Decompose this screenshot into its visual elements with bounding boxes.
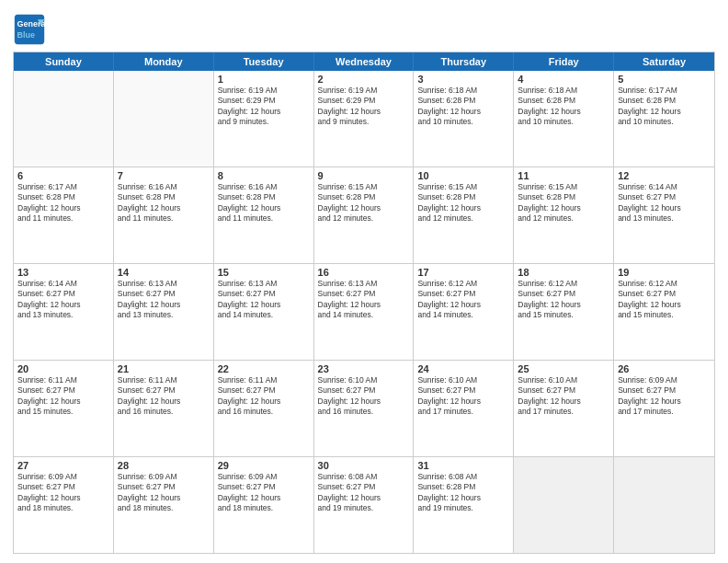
- day-number: 8: [218, 170, 310, 181]
- calendar-cell: 27Sunrise: 6:09 AM Sunset: 6:27 PM Dayli…: [14, 457, 114, 553]
- day-number: 24: [417, 363, 509, 374]
- day-number: 9: [318, 170, 410, 181]
- svg-text:Blue: Blue: [17, 30, 36, 40]
- header: General Blue: [13, 9, 715, 46]
- calendar-header-cell: Thursday: [414, 52, 514, 71]
- calendar-cell: 14Sunrise: 6:13 AM Sunset: 6:27 PM Dayli…: [114, 264, 214, 360]
- calendar: SundayMondayTuesdayWednesdayThursdayFrid…: [13, 52, 715, 554]
- day-number: 29: [218, 460, 310, 471]
- calendar-cell: 6Sunrise: 6:17 AM Sunset: 6:28 PM Daylig…: [14, 167, 114, 263]
- calendar-cell: 28Sunrise: 6:09 AM Sunset: 6:27 PM Dayli…: [114, 457, 214, 553]
- calendar-cell: 26Sunrise: 6:09 AM Sunset: 6:27 PM Dayli…: [614, 361, 714, 456]
- day-number: 20: [17, 363, 109, 374]
- day-number: 25: [518, 363, 609, 374]
- calendar-cell: [614, 457, 714, 553]
- calendar-body: 1Sunrise: 6:19 AM Sunset: 6:29 PM Daylig…: [14, 71, 714, 553]
- day-number: 3: [417, 74, 509, 85]
- day-number: 1: [218, 74, 310, 85]
- calendar-cell: 9Sunrise: 6:15 AM Sunset: 6:28 PM Daylig…: [314, 167, 415, 263]
- day-info: Sunrise: 6:17 AM Sunset: 6:28 PM Dayligh…: [17, 182, 109, 224]
- calendar-header-cell: Monday: [114, 52, 214, 71]
- day-info: Sunrise: 6:09 AM Sunset: 6:27 PM Dayligh…: [618, 375, 711, 418]
- day-info: Sunrise: 6:13 AM Sunset: 6:27 PM Dayligh…: [318, 279, 410, 321]
- calendar-header: SundayMondayTuesdayWednesdayThursdayFrid…: [14, 52, 714, 71]
- calendar-header-cell: Friday: [514, 52, 614, 71]
- day-info: Sunrise: 6:14 AM Sunset: 6:27 PM Dayligh…: [17, 279, 109, 321]
- day-number: 18: [518, 267, 609, 278]
- calendar-cell: 1Sunrise: 6:19 AM Sunset: 6:29 PM Daylig…: [214, 71, 314, 167]
- calendar-cell: 25Sunrise: 6:10 AM Sunset: 6:27 PM Dayli…: [514, 361, 614, 456]
- day-info: Sunrise: 6:08 AM Sunset: 6:28 PM Dayligh…: [417, 472, 509, 514]
- day-info: Sunrise: 6:08 AM Sunset: 6:27 PM Dayligh…: [318, 472, 410, 514]
- day-number: 28: [118, 460, 210, 471]
- day-number: 31: [417, 460, 509, 471]
- day-info: Sunrise: 6:11 AM Sunset: 6:27 PM Dayligh…: [17, 375, 109, 418]
- calendar-cell: 24Sunrise: 6:10 AM Sunset: 6:27 PM Dayli…: [414, 361, 514, 456]
- day-info: Sunrise: 6:09 AM Sunset: 6:27 PM Dayligh…: [17, 472, 109, 514]
- day-number: 21: [118, 363, 210, 374]
- calendar-cell: 16Sunrise: 6:13 AM Sunset: 6:27 PM Dayli…: [314, 264, 415, 360]
- calendar-cell: 11Sunrise: 6:15 AM Sunset: 6:28 PM Dayli…: [514, 167, 614, 263]
- calendar-row: 13Sunrise: 6:14 AM Sunset: 6:27 PM Dayli…: [14, 264, 714, 361]
- day-number: 30: [318, 460, 410, 471]
- day-info: Sunrise: 6:09 AM Sunset: 6:27 PM Dayligh…: [118, 472, 210, 514]
- calendar-cell: 8Sunrise: 6:16 AM Sunset: 6:28 PM Daylig…: [214, 167, 314, 263]
- calendar-cell: 18Sunrise: 6:12 AM Sunset: 6:27 PM Dayli…: [514, 264, 614, 360]
- day-number: 11: [518, 170, 609, 181]
- calendar-cell: 31Sunrise: 6:08 AM Sunset: 6:28 PM Dayli…: [414, 457, 514, 553]
- calendar-row: 6Sunrise: 6:17 AM Sunset: 6:28 PM Daylig…: [14, 167, 714, 264]
- calendar-cell: 5Sunrise: 6:17 AM Sunset: 6:28 PM Daylig…: [614, 71, 714, 167]
- day-number: 27: [17, 460, 109, 471]
- day-info: Sunrise: 6:15 AM Sunset: 6:28 PM Dayligh…: [417, 182, 509, 224]
- calendar-cell: 15Sunrise: 6:13 AM Sunset: 6:27 PM Dayli…: [214, 264, 314, 360]
- day-info: Sunrise: 6:12 AM Sunset: 6:27 PM Dayligh…: [518, 279, 609, 321]
- day-number: 26: [618, 363, 711, 374]
- calendar-header-cell: Wednesday: [314, 52, 415, 71]
- day-info: Sunrise: 6:18 AM Sunset: 6:28 PM Dayligh…: [417, 86, 509, 128]
- day-number: 16: [318, 267, 410, 278]
- calendar-cell: 29Sunrise: 6:09 AM Sunset: 6:27 PM Dayli…: [214, 457, 314, 553]
- calendar-cell: 23Sunrise: 6:10 AM Sunset: 6:27 PM Dayli…: [314, 361, 415, 456]
- day-info: Sunrise: 6:12 AM Sunset: 6:27 PM Dayligh…: [417, 279, 509, 321]
- calendar-cell: 30Sunrise: 6:08 AM Sunset: 6:27 PM Dayli…: [314, 457, 415, 553]
- day-info: Sunrise: 6:10 AM Sunset: 6:27 PM Dayligh…: [318, 375, 410, 418]
- day-number: 19: [618, 267, 711, 278]
- day-number: 12: [618, 170, 711, 181]
- day-number: 6: [17, 170, 109, 181]
- day-info: Sunrise: 6:15 AM Sunset: 6:28 PM Dayligh…: [318, 182, 410, 224]
- calendar-cell: 19Sunrise: 6:12 AM Sunset: 6:27 PM Dayli…: [614, 264, 714, 360]
- calendar-cell: [114, 71, 214, 167]
- day-info: Sunrise: 6:11 AM Sunset: 6:27 PM Dayligh…: [118, 375, 210, 418]
- day-info: Sunrise: 6:13 AM Sunset: 6:27 PM Dayligh…: [218, 279, 310, 321]
- day-number: 15: [218, 267, 310, 278]
- day-info: Sunrise: 6:15 AM Sunset: 6:28 PM Dayligh…: [518, 182, 609, 224]
- day-info: Sunrise: 6:18 AM Sunset: 6:28 PM Dayligh…: [518, 86, 609, 128]
- calendar-cell: 21Sunrise: 6:11 AM Sunset: 6:27 PM Dayli…: [114, 361, 214, 456]
- day-info: Sunrise: 6:14 AM Sunset: 6:27 PM Dayligh…: [618, 182, 711, 224]
- calendar-cell: 17Sunrise: 6:12 AM Sunset: 6:27 PM Dayli…: [414, 264, 514, 360]
- calendar-cell: 12Sunrise: 6:14 AM Sunset: 6:27 PM Dayli…: [614, 167, 714, 263]
- calendar-cell: 4Sunrise: 6:18 AM Sunset: 6:28 PM Daylig…: [514, 71, 614, 167]
- logo-icon: General Blue: [13, 13, 46, 46]
- day-number: 22: [218, 363, 310, 374]
- day-info: Sunrise: 6:13 AM Sunset: 6:27 PM Dayligh…: [118, 279, 210, 321]
- day-info: Sunrise: 6:16 AM Sunset: 6:28 PM Dayligh…: [118, 182, 210, 224]
- day-info: Sunrise: 6:12 AM Sunset: 6:27 PM Dayligh…: [618, 279, 711, 321]
- calendar-row: 27Sunrise: 6:09 AM Sunset: 6:27 PM Dayli…: [14, 457, 714, 553]
- logo: General Blue: [13, 13, 50, 46]
- calendar-cell: 22Sunrise: 6:11 AM Sunset: 6:27 PM Dayli…: [214, 361, 314, 456]
- day-info: Sunrise: 6:10 AM Sunset: 6:27 PM Dayligh…: [417, 375, 509, 418]
- day-number: 23: [318, 363, 410, 374]
- calendar-cell: 20Sunrise: 6:11 AM Sunset: 6:27 PM Dayli…: [14, 361, 114, 456]
- page: General Blue SundayMondayTuesdayWednesda…: [0, 0, 728, 563]
- day-info: Sunrise: 6:19 AM Sunset: 6:29 PM Dayligh…: [218, 86, 310, 128]
- calendar-cell: 7Sunrise: 6:16 AM Sunset: 6:28 PM Daylig…: [114, 167, 214, 263]
- calendar-cell: 3Sunrise: 6:18 AM Sunset: 6:28 PM Daylig…: [414, 71, 514, 167]
- day-info: Sunrise: 6:19 AM Sunset: 6:29 PM Dayligh…: [318, 86, 410, 128]
- day-number: 2: [318, 74, 410, 85]
- day-number: 10: [417, 170, 509, 181]
- day-number: 14: [118, 267, 210, 278]
- day-info: Sunrise: 6:16 AM Sunset: 6:28 PM Dayligh…: [218, 182, 310, 224]
- calendar-cell: 2Sunrise: 6:19 AM Sunset: 6:29 PM Daylig…: [314, 71, 415, 167]
- calendar-cell: 10Sunrise: 6:15 AM Sunset: 6:28 PM Dayli…: [414, 167, 514, 263]
